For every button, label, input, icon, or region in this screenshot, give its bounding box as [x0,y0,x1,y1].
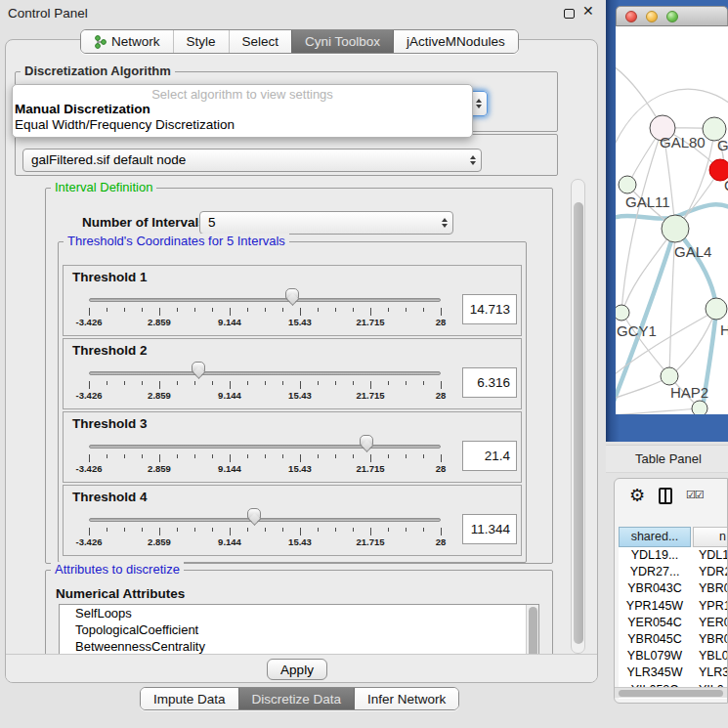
slider-tick [230,381,231,389]
tick-label: 21.715 [356,317,384,327]
settings-scrollbar[interactable] [571,179,585,654]
threshold-panel-4: Threshold 4-3.4262.8599.14415.4321.71528… [63,485,522,556]
table-row[interactable]: YBR043CYBR0 [619,580,728,597]
table-row[interactable]: YER054CYER0 [619,615,728,631]
minimize-traffic-light-icon[interactable] [646,11,658,22]
number-of-intervals-combo[interactable]: 5 [199,211,453,235]
tab-impute-data[interactable]: Impute Data [141,688,238,709]
slider-tick [282,381,283,385]
network-node-gal11[interactable] [619,176,636,193]
table-cell: YBR043C [619,580,691,597]
slider-track[interactable] [89,445,441,449]
tick-label: 9.144 [218,390,241,401]
tab-label: Discretize Data [252,692,342,707]
network-icon [94,35,107,49]
slider-tick [194,454,195,458]
zoom-traffic-light-icon[interactable] [666,11,678,22]
threshold-value-field[interactable]: 14.713 [462,294,517,324]
table-scrollbar-thumb[interactable] [619,690,723,697]
slider-track[interactable] [89,298,441,302]
network-node-gal4[interactable] [662,215,689,242]
slider-track[interactable] [89,371,441,375]
slider-tick [265,308,266,312]
attribute-item[interactable]: SelfLoops [60,605,538,621]
tab-style[interactable]: Style [173,30,229,53]
tick-label: 9.144 [218,463,241,474]
table-cell: YDR2 [693,564,728,580]
dropdown-option-manual-discretization[interactable]: Manual Discretization [13,102,472,117]
tick-label: 2.859 [148,463,171,474]
threshold-label: Threshold 2 [72,343,148,358]
column-checkboxes-icon[interactable]: ☑☑ [686,489,704,501]
table-row[interactable]: YDR27...YDR2 [619,564,728,580]
network-node-hap2[interactable] [661,367,678,385]
table-data-combo-value: galFiltered.sif default node [23,150,481,171]
top-tab-bar: NetworkStyleSelectCyni ToolboxjActiveMNo… [80,29,519,54]
attribute-item[interactable]: TopologicalCoefficient [60,621,538,638]
slider-tick [388,381,389,385]
threshold-value-field[interactable]: 11.344 [462,514,517,544]
slider-tick [318,528,319,532]
slider-thumb[interactable] [192,362,205,372]
tick-label: 28 [436,463,447,474]
tab-network[interactable]: Network [81,30,173,53]
network-node-gcy1[interactable] [616,305,629,321]
table-row[interactable]: YLR345WYLR3 [619,664,728,681]
network-window-titlebar[interactable] [616,6,728,26]
tick-label: 15.43 [288,317,312,327]
slider-thumb[interactable] [360,435,373,446]
tab-infer-network[interactable]: Infer Network [354,688,458,709]
table-cell: YBR0 [693,580,728,597]
table-horizontal-scrollbar[interactable] [615,687,728,698]
tab-label: Style [187,34,216,49]
network-edge [676,230,716,309]
thresholds-group-title: Threshold's Coordinates for 5 Intervals [64,234,289,248]
gear-icon[interactable]: ⚙ [629,485,645,505]
tab-select[interactable]: Select [229,30,292,53]
float-panel-icon[interactable] [564,9,575,19]
slider-tick [423,454,424,458]
slider-tick [247,528,248,532]
slider-tick [423,381,424,385]
apply-button[interactable]: Apply [267,659,327,680]
slider-tick [124,528,125,532]
threshold-value-field[interactable]: 6.316 [462,367,517,398]
table-row[interactable]: YBR045CYBR0 [619,631,728,648]
threshold-value-field[interactable]: 21.4 [462,441,517,471]
apply-strip: Apply [6,654,597,683]
close-icon[interactable]: ✕ [582,3,594,19]
thresholds-group: Threshold's Coordinates for 5 Intervals … [58,241,527,563]
network-node[interactable] [692,401,707,414]
threshold-label: Threshold 4 [72,490,148,504]
bottom-tab-bar: Impute DataDiscretize DataInfer Network [140,687,459,710]
slider-tick [441,381,442,389]
column-header-1[interactable]: shared... [619,527,691,547]
slider-thumb[interactable] [285,288,299,299]
tab-discretize-data[interactable]: Discretize Data [238,688,355,709]
column-layout-icon[interactable] [659,488,672,504]
attribute-item[interactable]: BetweennessCentrality [60,638,538,655]
algorithm-dropdown-popup: Select algorithm to view settings Manual… [12,84,473,138]
table-row[interactable]: YBL079WYBL0 [619,648,728,664]
node-label: C [724,177,728,193]
table-cell: YDL1 [693,547,728,564]
tick-label: 2.859 [148,317,171,327]
table-data-combo[interactable]: galFiltered.sif default node [22,149,482,172]
tab-jactivemnodules[interactable]: jActiveMNodules [393,30,518,53]
dropdown-option-equal-width-frequency-discretization[interactable]: Equal Width/Frequency Discretization [13,117,472,133]
number-of-intervals-value: 5 [200,212,452,234]
table-row[interactable]: YDL19...YDL1 [619,547,728,564]
tab-cyni-toolbox[interactable]: Cyni Toolbox [291,30,393,53]
slider-thumb[interactable] [247,508,261,519]
column-header-2[interactable]: n [693,527,728,547]
table-row[interactable]: YPR145WYPR1 [619,598,728,615]
settings-scrollbar-thumb[interactable] [574,202,583,644]
slider-tick [406,454,407,458]
close-traffic-light-icon[interactable] [625,11,637,22]
network-canvas[interactable]: GAL80GACGAL11GAL4GCY1HHAP2 [616,26,728,414]
discretization-algorithm-title: Discretization Algorithm [21,64,175,78]
slider-tick [142,308,143,312]
slider-tick [159,381,160,389]
network-node-h[interactable] [706,298,727,320]
slider-track[interactable] [89,518,441,522]
